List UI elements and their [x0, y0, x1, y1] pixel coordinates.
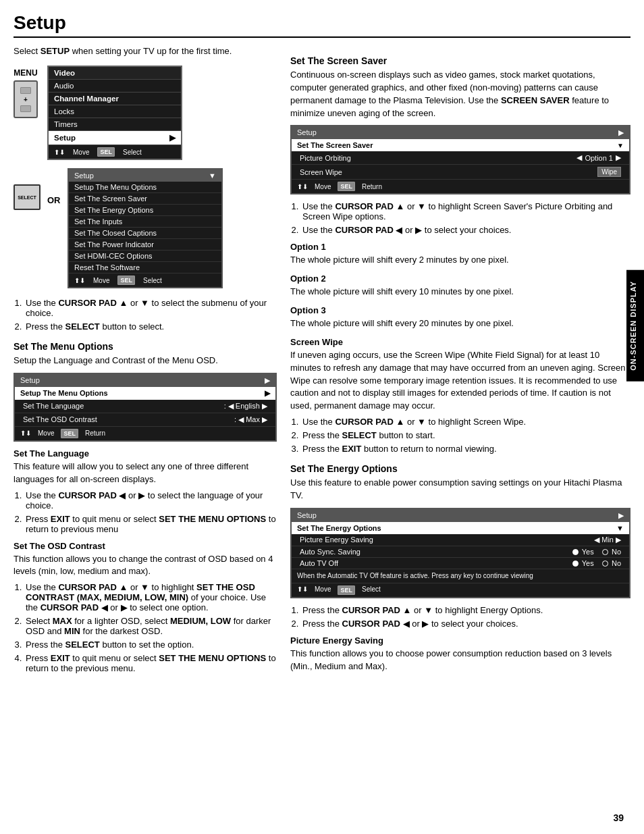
wipe-box: Wipe	[597, 167, 621, 177]
energy-highlighted-arrow: ▼	[616, 524, 624, 532]
screen-wipe-row: Screen Wipe Wipe	[292, 165, 629, 180]
menu-options-move-icon: ⬆⬇	[20, 429, 31, 437]
menu-options-sub-arrow: ▶	[265, 389, 270, 398]
submenu-item-menu-options: Setup The Menu Options	[69, 182, 221, 193]
submenu-item-screen-saver: Set The Screen Saver	[69, 193, 221, 205]
picture-energy-saving-desc: This function allows you to choose power…	[290, 648, 630, 673]
screen-saver-footer: ⬆⬇ Move SEL Return	[292, 180, 629, 193]
screen-saver-title-row: Setup ▶	[292, 126, 629, 139]
menu-options-move-label: Move	[38, 429, 54, 437]
menu-item-video: Video	[49, 67, 181, 80]
ss-move-icon: ⬆⬇	[297, 183, 308, 190]
setup-arrow: ▶	[169, 133, 176, 142]
auto-tv-off-value: Yes No	[572, 559, 621, 567]
menu-options-title-arrow: ▶	[265, 376, 270, 385]
language-label: Set The Language	[23, 402, 84, 410]
osd-step2: Select MAX for a lighter OSD, select MED…	[24, 616, 277, 636]
set-language-desc: This feature will allow you to select an…	[14, 461, 277, 486]
language-steps: Use the CURSOR PAD ◀ or ▶ to select the …	[24, 490, 277, 534]
setup-label: Setup	[54, 134, 76, 142]
energy-step1: Press the CURSOR PAD ▲ or ▼ to highlight…	[301, 605, 630, 615]
screen-saver-steps: Use the CURSOR PAD ▲ or ▼ to highlight S…	[301, 201, 630, 235]
right-arrow: ▶	[616, 153, 621, 162]
language-step2: Press EXIT to quit menu or select SET TH…	[24, 514, 277, 534]
auto-sync-yes-radio	[572, 549, 579, 555]
submenu-item-inputs: Set The Inputs	[69, 216, 221, 228]
auto-sync-row: Auto Sync. Saving Yes No	[292, 546, 629, 558]
sub-sel-badge: SEL	[117, 276, 135, 285]
option3-header: Option 3	[290, 305, 630, 315]
osd-step3: Press the SELECT button to set the optio…	[24, 640, 277, 650]
sw-step3: Press the EXIT button to return to norma…	[301, 444, 630, 454]
step2: Press the SELECT button to select.	[24, 321, 277, 332]
left-column: Select SETUP when setting your TV up for…	[14, 46, 277, 680]
osd-contrast-label: Set The OSD Contrast	[23, 415, 97, 423]
submenu-title-arrow: ▼	[209, 172, 216, 180]
menu-item-timers: Timers	[49, 118, 181, 131]
set-language-header: Set The Language	[14, 448, 277, 459]
auto-tv-yes-radio	[572, 561, 579, 567]
option1-label: Option 1	[585, 154, 613, 162]
ss-step2: Use the CURSOR PAD ◀ or ▶ to select your…	[301, 225, 630, 235]
set-screen-saver-header: Set The Screen Saver	[290, 55, 630, 66]
energy-note: When the Automatic TV Off feature is act…	[292, 569, 629, 583]
screen-saver-screen: Setup ▶ Set The Screen Saver ▼ Picture O…	[290, 125, 630, 194]
osd-contrast-value: : ◀ Max ▶	[234, 415, 267, 424]
option1-header: Option 1	[290, 242, 630, 252]
or-label: OR	[47, 195, 61, 205]
submenu-item-captions: Set The Closed Captions	[69, 228, 221, 239]
picture-energy-value: ◀ Min ▶	[594, 536, 621, 544]
menu-options-footer: ⬆⬇ Move SEL Return	[15, 427, 275, 440]
language-step1: Use the CURSOR PAD ◀ or ▶ to select the …	[24, 490, 277, 511]
picture-orbiting-row: Picture Orbiting ◀ Option 1 ▶	[292, 151, 629, 165]
side-tab: ON-SCREEN DISPLAY	[626, 270, 644, 382]
energy-highlighted-label: Set The Energy Options	[297, 524, 381, 532]
menu-item-audio: Audio	[49, 80, 181, 93]
menu-options-title: Setup	[20, 376, 40, 385]
screen-wipe-label: Screen Wipe	[300, 168, 342, 176]
language-row: Set The Language : ◀ English ▶	[15, 400, 275, 413]
picture-energy-saving-header: Picture Energy Saving	[290, 635, 630, 646]
sub-move-label: Move	[93, 277, 109, 284]
menu-options-sub-label: Setup The Menu Options	[20, 389, 108, 397]
menu-item-setup: Setup ▶	[49, 131, 181, 145]
auto-tv-off-row: Auto TV Off Yes No	[292, 558, 629, 569]
option3-desc: The whole picture will shift every 20 mi…	[290, 317, 630, 330]
menu-options-return-label: Return	[85, 429, 105, 437]
menu-options-sel-badge: SEL	[61, 429, 78, 438]
energy-title-row: Setup ▶	[292, 509, 629, 522]
osd-contrast-row: Set The OSD Contrast : ◀ Max ▶	[15, 413, 275, 427]
osd-steps: Use the CURSOR PAD ▲ or ▼ to highlight S…	[24, 582, 277, 673]
screen-saver-down-arrow: ▼	[617, 142, 624, 149]
auto-tv-no-radio	[602, 561, 608, 567]
move-icon: ⬆⬇	[54, 149, 65, 156]
osd-footer: ⬆⬇ Move SEL Select	[49, 145, 181, 159]
auto-sync-value: Yes No	[572, 548, 621, 556]
menu-btn-icon	[20, 87, 31, 94]
option2-desc: The whole picture will shift every 10 mi…	[290, 286, 630, 298]
plus-icon: +	[24, 96, 28, 103]
ss-move-label: Move	[315, 183, 331, 190]
submenu-box: Setup ▼ Setup The Menu Options Set The S…	[68, 168, 223, 288]
energy-footer: ⬆⬇ Move SEL Select	[292, 583, 629, 597]
set-energy-options-desc: Use this feature to enable power consump…	[290, 477, 630, 502]
osd-menu-box: Video Audio Channel Manager Locks Timers…	[47, 66, 182, 160]
energy-steps: Press the CURSOR PAD ▲ or ▼ to highlight…	[301, 605, 630, 629]
screen-saver-title: Setup	[297, 128, 317, 137]
menu-item-channel: Channel Manager	[49, 93, 181, 105]
select-label: Select	[123, 149, 142, 156]
picture-energy-label: Picture Energy Saving	[300, 536, 373, 544]
sw-step1: Use the CURSOR PAD ▲ or ▼ to highlight S…	[301, 417, 630, 427]
or-section: SELECT OR Setup ▼ Setup The Menu Options…	[14, 168, 277, 288]
screen-wipe-desc: If uneven aging occurs, use the Screen W…	[290, 349, 630, 413]
menu-item-locks: Locks	[49, 105, 181, 118]
option1-desc: The whole picture will shift every 2 min…	[290, 254, 630, 267]
energy-title-arrow: ▶	[618, 511, 624, 520]
energy-sel-badge: SEL	[338, 585, 355, 595]
left-arrow: ◀	[576, 153, 582, 162]
osd-step1: Use the CURSOR PAD ▲ or ▼ to highlight S…	[24, 582, 277, 613]
energy-step2: Press the CURSOR PAD ◀ or ▶ to select yo…	[301, 619, 630, 629]
submenu-item-hdmi: Set HDMI-CEC Options	[69, 251, 221, 262]
picture-orbiting-value: ◀ Option 1 ▶	[576, 153, 621, 162]
screen-wipe-steps: Use the CURSOR PAD ▲ or ▼ to highlight S…	[301, 417, 630, 454]
